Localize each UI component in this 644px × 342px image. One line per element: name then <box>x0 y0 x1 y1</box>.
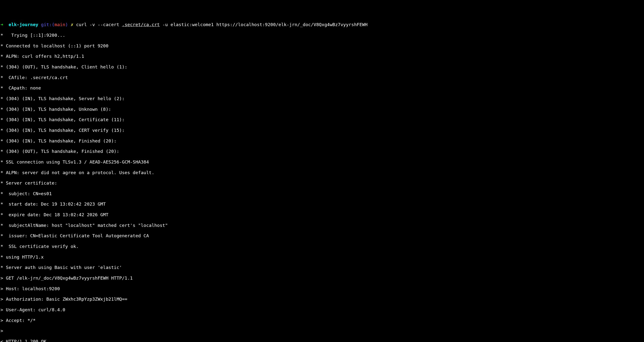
dirty-mark: ✗ <box>71 22 74 27</box>
output-line: * SSL certificate verify ok. <box>0 244 644 249</box>
output-line: * ALPN: curl offers h2,http/1.1 <box>0 54 644 59</box>
output-line: * (304) (IN), TLS handshake, Finished (2… <box>0 138 644 144</box>
output-line: < HTTP/1.1 200 OK <box>0 339 644 342</box>
cacert-path: .secret/ca.crt <box>122 22 160 27</box>
output-line: * start date: Dec 19 13:02:42 2023 GMT <box>0 201 644 207</box>
cmd-part2: -u elastic:welcome1 https://localhost:92… <box>160 22 368 27</box>
terminal-output[interactable]: ➜ elk-journey git:(main) ✗ curl -v --cac… <box>0 22 644 342</box>
output-line: * (304) (IN), TLS handshake, Server hell… <box>0 96 644 101</box>
output-line: * (304) (IN), TLS handshake, Unknown (8)… <box>0 107 644 112</box>
output-line: * SSL connection using TLSv1.3 / AEAD-AE… <box>0 159 644 165</box>
output-line: * subjectAltName: host "localhost" match… <box>0 223 644 228</box>
output-line: > GET /elk-jrn/_doc/V8Qxg4wBz7vyyrshFEWH… <box>0 276 644 281</box>
output-line: > Host: localhost:9200 <box>0 286 644 292</box>
output-line: * Server certificate: <box>0 180 644 186</box>
git-label-open: git:( <box>41 22 54 27</box>
output-line: * CAfile: .secret/ca.crt <box>0 75 644 80</box>
output-line: * (304) (IN), TLS handshake, Certificate… <box>0 117 644 122</box>
output-line: > <box>0 328 644 334</box>
output-line: * issuer: CN=Elastic Certificate Tool Au… <box>0 233 644 238</box>
output-line: * CApath: none <box>0 85 644 91</box>
output-line: * (304) (OUT), TLS handshake, Client hel… <box>0 64 644 70</box>
output-line: > Accept: */* <box>0 318 644 323</box>
output-line: * subject: CN=es01 <box>0 191 644 196</box>
prompt-arrow: ➜ <box>0 22 3 27</box>
output-line: * ALPN: server did not agree on a protoc… <box>0 170 644 175</box>
output-line: * (304) (IN), TLS handshake, CERT verify… <box>0 128 644 133</box>
output-line: * Trying [::1]:9200... <box>0 33 644 38</box>
git-branch: main <box>54 22 66 27</box>
git-label-close: ) <box>65 22 68 27</box>
output-line: > User-Agent: curl/8.4.0 <box>0 307 644 313</box>
prompt-dir: elk-journey <box>8 22 38 27</box>
output-line: * Connected to localhost (::1) port 9200 <box>0 43 644 49</box>
output-line: * expire date: Dec 18 13:02:42 2026 GMT <box>0 212 644 217</box>
output-line: * using HTTP/1.x <box>0 254 644 260</box>
output-line: > Authorization: Basic ZWxhc3RpYzp3ZWxjb… <box>0 297 644 302</box>
cmd-part1: curl -v --cacert <box>76 22 122 27</box>
output-line: * Server auth using Basic with user 'ela… <box>0 265 644 270</box>
prompt-line: ➜ elk-journey git:(main) ✗ curl -v --cac… <box>0 22 644 27</box>
output-line: * (304) (OUT), TLS handshake, Finished (… <box>0 149 644 154</box>
